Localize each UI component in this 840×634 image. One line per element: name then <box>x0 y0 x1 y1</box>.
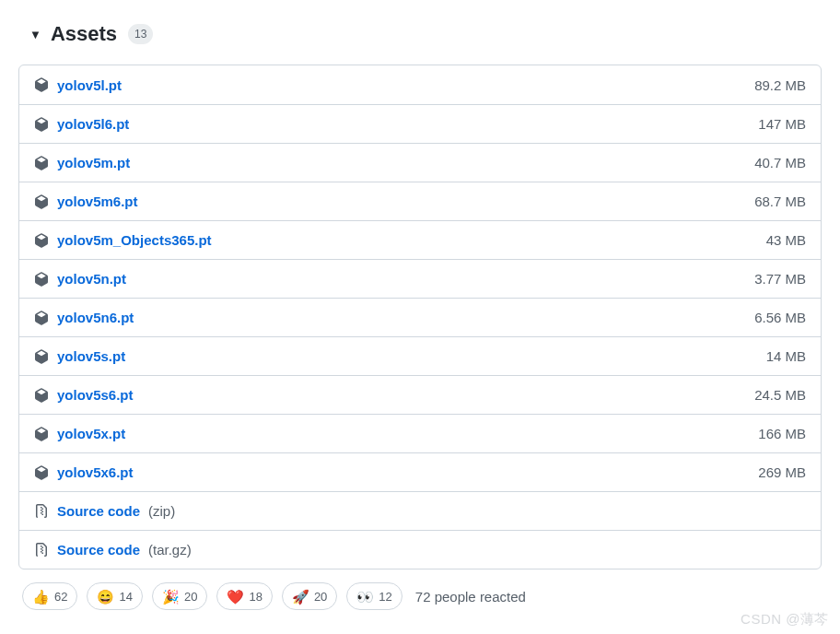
asset-size: 6.56 MB <box>754 310 806 325</box>
asset-row-left: yolov5n6.pt <box>34 310 754 325</box>
asset-row: yolov5x.pt166 MB <box>19 414 821 452</box>
assets-header[interactable]: ▼ Assets 13 <box>18 0 822 65</box>
reaction-emoji-icon: 🚀 <box>292 590 309 604</box>
asset-size: 40.7 MB <box>754 155 806 170</box>
asset-row: Source code(tar.gz) <box>19 530 821 569</box>
asset-size: 89.2 MB <box>754 77 806 93</box>
package-icon <box>34 117 49 132</box>
collapse-triangle-icon: ▼ <box>29 28 41 41</box>
asset-size: 43 MB <box>766 232 806 248</box>
reaction-count: 20 <box>184 590 197 604</box>
package-icon <box>34 349 49 364</box>
asset-link[interactable]: yolov5m_Objects365.pt <box>57 232 212 248</box>
package-icon <box>34 233 49 248</box>
asset-row: yolov5l.pt89.2 MB <box>19 65 821 104</box>
reaction-emoji-icon: 👀 <box>356 590 374 604</box>
asset-row-left: yolov5s.pt <box>34 348 766 364</box>
package-icon <box>34 77 49 92</box>
asset-row: yolov5s6.pt24.5 MB <box>19 375 821 414</box>
asset-row-left: yolov5l.pt <box>34 77 754 93</box>
asset-format: (zip) <box>148 503 175 519</box>
asset-row-left: yolov5m6.pt <box>34 194 754 209</box>
reaction-count: 20 <box>314 590 327 604</box>
package-icon <box>34 427 49 441</box>
asset-row: yolov5s.pt14 MB <box>19 336 821 375</box>
asset-size: 147 MB <box>758 116 806 132</box>
asset-row-left: yolov5m.pt <box>34 155 754 170</box>
asset-size: 14 MB <box>766 348 806 364</box>
package-icon <box>34 311 49 325</box>
asset-size: 3.77 MB <box>754 271 806 287</box>
asset-row: Source code(zip) <box>19 491 821 530</box>
file-zip-icon <box>34 543 49 558</box>
asset-link[interactable]: yolov5n6.pt <box>57 310 134 325</box>
assets-title: Assets <box>51 22 117 46</box>
package-icon <box>34 272 49 287</box>
asset-row-left: yolov5m_Objects365.pt <box>34 232 766 248</box>
asset-link[interactable]: yolov5s6.pt <box>57 387 134 403</box>
asset-row: yolov5m_Objects365.pt43 MB <box>19 220 821 259</box>
reaction-count: 18 <box>249 590 262 604</box>
asset-link[interactable]: yolov5m6.pt <box>57 194 138 209</box>
asset-link[interactable]: yolov5s.pt <box>57 348 125 364</box>
asset-row: yolov5n6.pt6.56 MB <box>19 298 821 336</box>
asset-row: yolov5n.pt3.77 MB <box>19 259 821 298</box>
reaction-button[interactable]: 👀12 <box>346 582 402 610</box>
asset-link[interactable]: yolov5x6.pt <box>57 464 134 480</box>
reaction-emoji-icon: 😄 <box>97 590 114 604</box>
asset-format: (tar.gz) <box>148 542 192 558</box>
asset-link[interactable]: yolov5x.pt <box>57 426 125 441</box>
asset-row: yolov5l6.pt147 MB <box>19 104 821 143</box>
asset-link[interactable]: Source code <box>57 542 140 558</box>
asset-row-left: yolov5s6.pt <box>34 387 754 403</box>
asset-link[interactable]: yolov5n.pt <box>57 271 126 287</box>
package-icon <box>34 388 49 403</box>
asset-link[interactable]: yolov5l.pt <box>57 77 122 93</box>
reaction-button[interactable]: 😄14 <box>87 582 142 610</box>
asset-row-left: Source code(tar.gz) <box>34 542 806 558</box>
asset-size: 269 MB <box>758 464 806 480</box>
asset-row: yolov5m6.pt68.7 MB <box>19 182 821 220</box>
package-icon <box>34 156 49 170</box>
reaction-button[interactable]: 🚀20 <box>282 582 337 610</box>
reactions-summary: 72 people reacted <box>415 589 526 605</box>
asset-row-left: yolov5l6.pt <box>34 116 758 132</box>
asset-row-left: Source code(zip) <box>34 503 806 519</box>
reaction-count: 62 <box>54 590 67 604</box>
asset-link[interactable]: yolov5l6.pt <box>57 116 129 132</box>
asset-row: yolov5x6.pt269 MB <box>19 452 821 491</box>
reaction-emoji-icon: 👍 <box>32 590 50 604</box>
reaction-button[interactable]: 🎉20 <box>152 582 207 610</box>
asset-link[interactable]: yolov5m.pt <box>57 155 130 170</box>
reaction-button[interactable]: ❤️18 <box>216 582 272 610</box>
asset-size: 24.5 MB <box>754 387 806 403</box>
asset-size: 166 MB <box>758 426 806 441</box>
reaction-count: 12 <box>379 590 391 604</box>
reactions-bar: 👍62😄14🎉20❤️18🚀20👀1272 people reacted <box>18 569 822 614</box>
asset-link[interactable]: Source code <box>57 503 140 519</box>
assets-list: yolov5l.pt89.2 MByolov5l6.pt147 MByolov5… <box>18 65 822 569</box>
package-icon <box>34 194 49 209</box>
reaction-emoji-icon: 🎉 <box>162 590 180 604</box>
asset-row-left: yolov5x.pt <box>34 426 758 441</box>
asset-row-left: yolov5x6.pt <box>34 464 758 480</box>
asset-size: 68.7 MB <box>754 194 806 209</box>
reaction-button[interactable]: 👍62 <box>22 582 77 610</box>
package-icon <box>34 465 49 480</box>
reaction-emoji-icon: ❤️ <box>227 590 244 604</box>
asset-row-left: yolov5n.pt <box>34 271 754 287</box>
file-zip-icon <box>34 504 49 519</box>
asset-row: yolov5m.pt40.7 MB <box>19 143 821 182</box>
assets-count-badge: 13 <box>128 24 153 44</box>
reaction-count: 14 <box>119 590 132 604</box>
